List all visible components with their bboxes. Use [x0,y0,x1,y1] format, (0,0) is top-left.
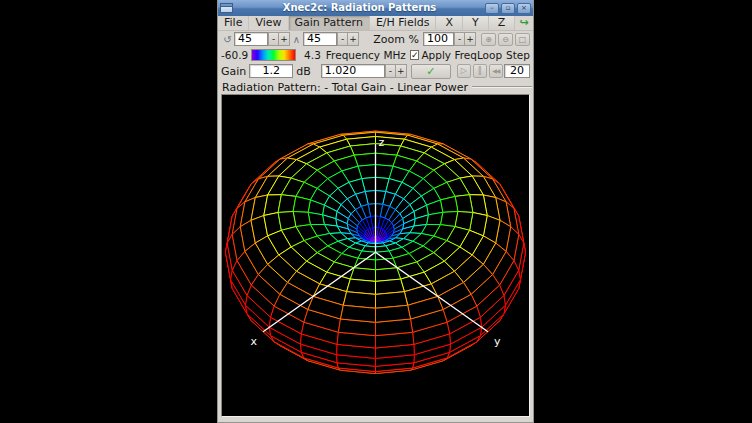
zoom-spinbox[interactable]: 100 [423,32,454,46]
loop-label: Loop [477,49,502,61]
maximize-button[interactable]: ▫ [501,3,515,14]
apply-frequency-button[interactable]: ✓ [411,64,451,79]
loop-play-button[interactable]: ▷ [457,64,471,78]
tab-eh-fields[interactable]: E/H Fields [370,16,437,30]
step-label: Step [506,49,530,61]
incline-plus-button[interactable]: + [348,32,359,46]
redraw-arrow-icon[interactable]: ↪ [515,16,533,30]
menu-bar: File View Gain Pattern E/H Fields X Y Z … [218,16,533,31]
view-controls-row: ↺ 45 - + ∧ 45 - + Zoom % 100 - + ⊕ ⊖ □ [218,31,533,47]
pattern-frame-header: Radiation Pattern: - Total Gain - Linear… [218,80,533,94]
close-button[interactable]: × [517,3,531,14]
minimize-button[interactable]: – [485,3,499,14]
radiation-pattern-canvas[interactable]: xyz [221,94,530,417]
zoom-label: Zoom % [373,33,419,46]
frame-divider [472,86,532,88]
xnec2c-window: Xnec2c: Radiation Patterns – ▫ × File Vi… [217,0,534,423]
frequency-mhz-label: Frequency MHz [326,49,406,61]
rotate-plus-button[interactable]: + [279,32,290,46]
tab-gain-pattern[interactable]: Gain Pattern [289,16,370,30]
title-bar[interactable]: Xnec2c: Radiation Patterns – ▫ × [218,0,533,16]
window-title: Xnec2c: Radiation Patterns [236,0,483,16]
frequency-row: -60.9 4.3 Frequency MHz ✓ Apply Freq Loo… [218,47,533,62]
menu-file[interactable]: File [218,16,249,30]
frequency-spinbox[interactable]: 1.020 [321,64,385,78]
loop-pause-button[interactable]: ‖ [473,64,487,78]
frequency-minus-button[interactable]: - [385,64,396,78]
window-icon [220,3,233,13]
incline-icon: ∧ [290,34,303,45]
db-unit-label: dB [296,65,311,78]
gain-value-field[interactable]: 1.2 [249,64,293,78]
gain-min-label: -60.9 [221,49,248,61]
apply-freq-label: Apply Freq [421,49,476,61]
button-x-axis[interactable]: X [436,16,463,30]
button-y-axis[interactable]: Y [463,16,489,30]
menu-view[interactable]: View [249,16,288,30]
zoom-in-button[interactable]: ⊕ [481,33,496,46]
loop-rewind-button[interactable]: ◀◀ [489,64,503,78]
zoom-minus-button[interactable]: - [454,32,465,46]
rotate-spinbox[interactable]: 45 [234,32,268,46]
apply-freq-checkbox[interactable]: ✓ [410,50,420,60]
steps-field[interactable]: 20 [504,64,530,78]
zoom-reset-button[interactable]: □ [515,33,530,46]
zoom-out-button[interactable]: ⊖ [498,33,513,46]
rotate-minus-button[interactable]: - [268,32,279,46]
gain-row: Gain 1.2 dB 1.020 - + ✓ ▷ ‖ ◀◀ 20 [218,62,533,80]
frequency-plus-button[interactable]: + [396,64,407,78]
axis-label-z: z [379,136,385,149]
gain-max-label: 4.3 [304,49,321,61]
gain-label: Gain [221,65,246,78]
zoom-plus-button[interactable]: + [465,32,476,46]
pattern-frame-title: Radiation Pattern: - Total Gain - Linear… [222,81,468,94]
axis-label-y: y [494,335,501,348]
axis-label-x: x [250,335,257,348]
button-z-axis[interactable]: Z [489,16,516,30]
incline-minus-button[interactable]: - [337,32,348,46]
incline-spinbox[interactable]: 45 [303,32,337,46]
gain-colorbar [251,49,295,61]
rotate-icon: ↺ [221,34,234,45]
